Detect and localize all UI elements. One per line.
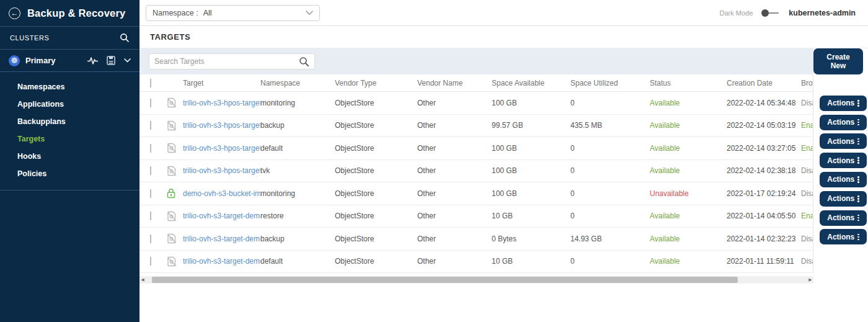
row-checkbox[interactable]: [150, 121, 151, 130]
horizontal-scrollbar[interactable]: ◀ ▶: [140, 276, 813, 284]
namespace-cell: restore: [260, 212, 335, 220]
space-utilized-cell: 14.93 GB: [570, 235, 650, 243]
row-checkbox[interactable]: [150, 235, 151, 243]
vendor-type-cell: ObjectStore: [335, 99, 417, 107]
browsing-disabled-icon: [167, 143, 183, 153]
user-name: kubernetes-admin: [789, 9, 856, 17]
row-checkbox[interactable]: [150, 99, 151, 107]
row-actions-button[interactable]: Actions: [820, 229, 867, 244]
table-row: trilio-ovh-s3-target-demo1 default Objec…: [140, 251, 813, 274]
col-header-creation-date[interactable]: Creation Date: [727, 79, 801, 87]
namespace-select-value: All: [203, 9, 212, 17]
row-checkbox[interactable]: [150, 212, 151, 220]
immutable-lock-icon: [167, 188, 183, 199]
creation-date-cell: 2022-02-14 02:38:18: [727, 166, 801, 175]
chevron-down-icon: [306, 11, 313, 16]
vendor-name-cell: Other: [417, 257, 492, 266]
sidebar-item-hooks[interactable]: Hooks: [0, 148, 140, 165]
row-actions-button[interactable]: Actions: [820, 115, 867, 130]
vendor-name-cell: Other: [417, 235, 492, 243]
row-checkbox[interactable]: [150, 166, 151, 175]
cluster-report-icon[interactable]: [107, 56, 115, 65]
search-box: [149, 53, 315, 69]
row-checkbox[interactable]: [150, 144, 151, 153]
browsing-disabled-icon: [167, 256, 183, 267]
col-header-status[interactable]: Status: [650, 79, 727, 87]
status-badge: Available: [650, 257, 727, 266]
dark-mode-toggle[interactable]: [761, 9, 780, 17]
col-header-browsing[interactable]: Brow: [801, 79, 813, 87]
scrollbar-left-arrow-icon[interactable]: ◀: [140, 276, 146, 284]
sidebar-item-targets[interactable]: Targets: [0, 130, 140, 148]
table-row: trilio-ovh-s3-target-demo1 backup Object…: [140, 228, 813, 251]
target-link[interactable]: demo-ovh-s3-bucket-imm...: [183, 189, 260, 198]
row-actions-button[interactable]: Actions: [820, 96, 867, 111]
space-available-cell: 10 GB: [492, 212, 570, 220]
row-checkbox[interactable]: [150, 189, 151, 198]
namespace-select[interactable]: Namespace : All: [146, 5, 320, 21]
sidebar-item-applications[interactable]: Applications: [0, 96, 140, 113]
status-badge: Available: [650, 99, 727, 107]
space-utilized-cell: 0: [570, 212, 650, 220]
cluster-collapse-chevron-icon[interactable]: [124, 58, 131, 63]
target-link[interactable]: trilio-ovh-s3-target-demo1: [183, 235, 260, 243]
target-link[interactable]: trilio-ovh-s3-hpos-target: [183, 166, 260, 175]
search-icon[interactable]: [299, 56, 309, 67]
clusters-label: CLUSTERS: [10, 34, 49, 42]
vendor-name-cell: Other: [417, 166, 492, 175]
space-available-cell: 100 GB: [492, 99, 570, 107]
scrollbar-right-arrow-icon[interactable]: ▶: [807, 276, 813, 284]
namespace-select-label: Namespace :: [153, 9, 198, 17]
col-header-target[interactable]: Target: [183, 79, 260, 87]
kebab-menu-icon: [857, 195, 859, 202]
browsing-cell: Disa: [801, 189, 813, 198]
cluster-activity-icon[interactable]: [87, 56, 98, 65]
col-header-space-available[interactable]: Space Available: [492, 79, 570, 87]
vendor-type-cell: ObjectStore: [335, 189, 417, 198]
vendor-type-cell: ObjectStore: [335, 166, 417, 175]
toolbar: Create New: [140, 48, 868, 74]
kebab-menu-icon: [857, 100, 859, 107]
scrollbar-thumb[interactable]: [152, 277, 738, 283]
target-link[interactable]: trilio-ovh-s3-hpos-target: [183, 121, 260, 130]
scrollbar-track[interactable]: [146, 276, 807, 284]
vendor-name-cell: Other: [417, 212, 492, 220]
space-available-cell: 99.57 GB: [492, 121, 570, 130]
browsing-disabled-icon: [167, 233, 183, 244]
col-header-namespace[interactable]: Namespace: [260, 79, 335, 87]
row-actions-button[interactable]: Actions: [820, 133, 867, 149]
cluster-row-primary[interactable]: ☸ Primary: [0, 50, 140, 72]
back-arrow-icon[interactable]: ←: [9, 7, 20, 19]
kebab-menu-icon: [857, 215, 859, 221]
row-actions-button[interactable]: Actions: [820, 172, 867, 187]
target-link[interactable]: trilio-ovh-s3-target-demo1: [183, 257, 260, 266]
dark-mode-label: Dark Mode: [720, 9, 753, 17]
target-link[interactable]: trilio-ovh-s3-hpos-target: [183, 99, 260, 107]
select-all-checkbox[interactable]: [150, 79, 151, 87]
sidebar-item-namespaces[interactable]: Namespaces: [0, 78, 140, 96]
actions-column: ActionsActionsActionsActionsActionsActio…: [820, 92, 868, 248]
kebab-menu-icon: [857, 138, 859, 145]
namespace-cell: default: [260, 144, 335, 153]
col-header-vendor-name[interactable]: Vendor Name: [417, 79, 492, 87]
vendor-name-cell: Other: [417, 121, 492, 130]
target-link[interactable]: trilio-ovh-s3-hpos-target: [183, 144, 260, 153]
space-available-cell: 0 Bytes: [492, 235, 570, 243]
space-utilized-cell: 0: [570, 166, 650, 175]
sidebar-item-backupplans[interactable]: Backupplans: [0, 113, 140, 130]
create-new-button[interactable]: Create New: [813, 48, 863, 74]
kubernetes-icon: ☸: [9, 55, 20, 66]
target-link[interactable]: trilio-ovh-s3-target-demo1: [183, 212, 260, 220]
browsing-cell: Enal: [801, 212, 813, 220]
vendor-name-cell: Other: [417, 144, 492, 153]
space-utilized-cell: 0: [570, 257, 650, 266]
row-checkbox[interactable]: [150, 257, 151, 266]
row-actions-button[interactable]: Actions: [820, 210, 867, 226]
sidebar-item-policies[interactable]: Policies: [0, 165, 140, 182]
search-input[interactable]: [154, 57, 299, 66]
cluster-search-icon[interactable]: [120, 33, 130, 43]
col-header-space-utilized[interactable]: Space Utilized: [570, 79, 650, 87]
row-actions-button[interactable]: Actions: [820, 153, 867, 168]
row-actions-button[interactable]: Actions: [820, 191, 867, 207]
col-header-vendor-type[interactable]: Vendor Type: [335, 79, 417, 87]
